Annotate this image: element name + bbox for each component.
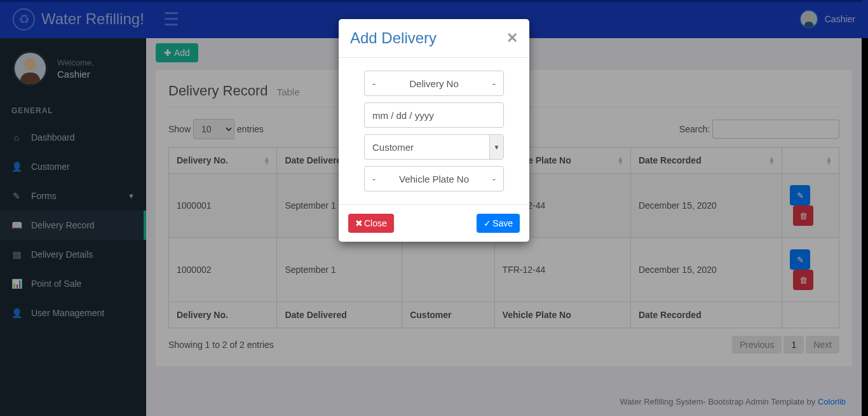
plate-input[interactable]: -Vehicle Plate No- <box>364 166 504 191</box>
close-icon[interactable]: ✕ <box>506 30 518 46</box>
date-input[interactable] <box>364 102 504 128</box>
check-icon: ✓ <box>484 218 491 228</box>
modal-footer: ✖Close ✓Save <box>339 205 529 242</box>
modal-title: Add Delivery <box>350 29 437 47</box>
modal-body: -Delivery No- Customer ▼ -Vehicle Plate … <box>339 58 529 205</box>
x-icon: ✖ <box>355 218 363 228</box>
dropdown-icon: ▼ <box>489 135 503 159</box>
customer-select[interactable]: Customer <box>364 134 504 160</box>
add-delivery-modal: Add Delivery ✕ -Delivery No- Customer ▼ … <box>339 19 529 242</box>
delivery-no-input[interactable]: -Delivery No- <box>364 71 504 96</box>
modal-header: Add Delivery ✕ <box>339 19 529 58</box>
close-button[interactable]: ✖Close <box>348 214 394 233</box>
save-button[interactable]: ✓Save <box>477 214 520 233</box>
